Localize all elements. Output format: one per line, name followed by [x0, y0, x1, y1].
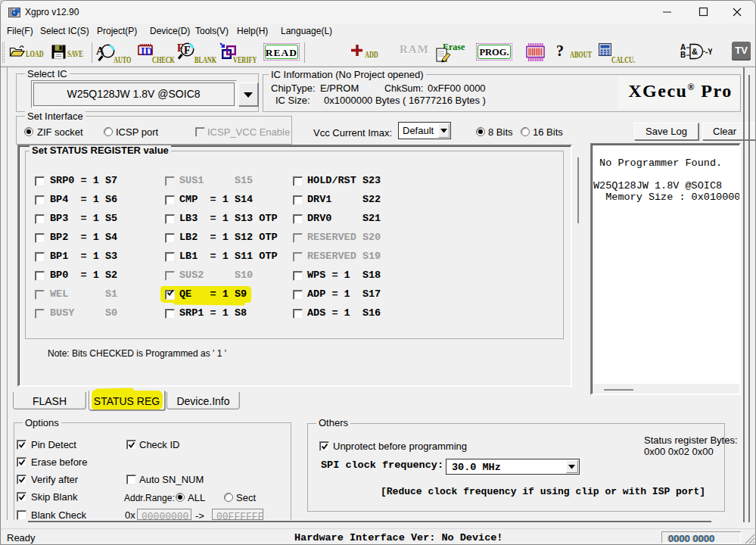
- svg-text:-Y: -Y: [705, 48, 712, 56]
- svg-text:A: A: [96, 45, 104, 57]
- svg-text:ID: ID: [141, 46, 153, 58]
- svg-text:B: B: [680, 51, 686, 59]
- svg-text:F: F: [184, 45, 191, 56]
- svg-text:&: &: [692, 47, 698, 56]
- svg-text:F: F: [177, 42, 184, 54]
